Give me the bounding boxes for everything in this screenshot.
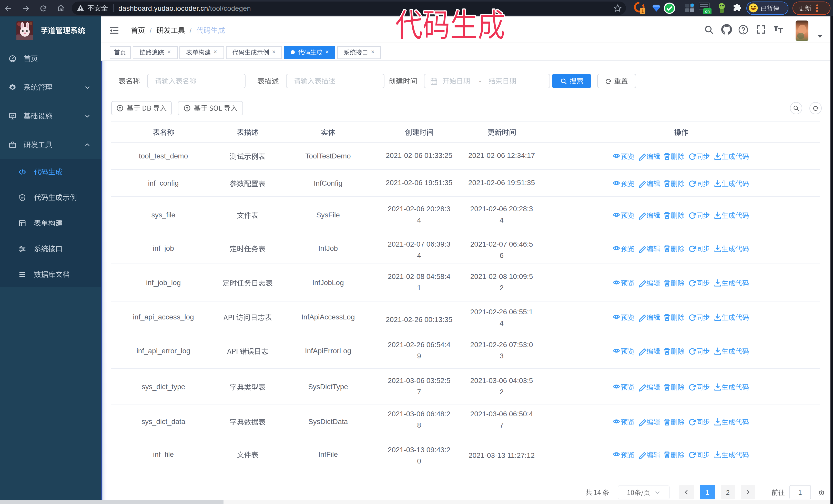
svg-text:on: on	[705, 9, 710, 14]
svg-text:1: 1	[641, 9, 644, 14]
